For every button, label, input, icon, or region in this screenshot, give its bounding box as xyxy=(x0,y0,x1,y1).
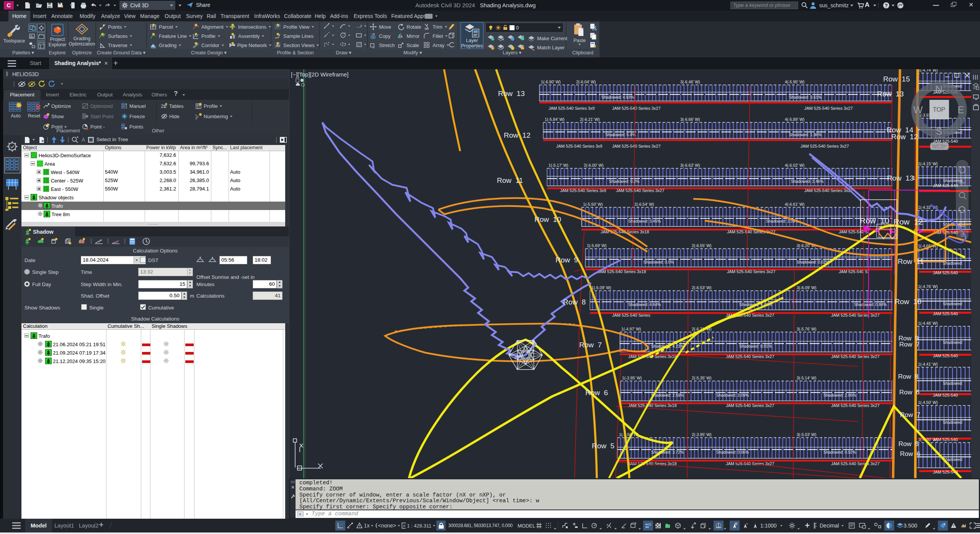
svg-text:S: S xyxy=(936,125,942,137)
svg-text:JAM 525-540 Series: JAM 525-540 Series xyxy=(612,313,650,317)
svg-text:1(-5.84′ W): 1(-5.84′ W) xyxy=(545,117,565,122)
svg-text:JAM 525-540: JAM 525-540 xyxy=(933,270,958,275)
svg-text:Row 13: Row 13 xyxy=(877,90,904,98)
svg-text:Shadowed: 0.2%: Shadowed: 0.2% xyxy=(609,179,639,184)
svg-text:3(-5.76′ W): 3(-5.76′ W) xyxy=(797,327,817,331)
svg-text:Shadowed: 0.02%: Shadowed: 0.02% xyxy=(797,260,829,264)
svg-text:Shadowed: 4.93%: Shadowed: 4.93% xyxy=(601,95,634,99)
svg-text:JAM 525-540 Series 3x27: JAM 525-540 Series 3x27 xyxy=(726,403,774,408)
svg-text:4(-6.61′ W): 4(-6.61′ W) xyxy=(785,202,805,207)
svg-text:TOP: TOP xyxy=(933,106,946,113)
svg-text:Shadowed: 0.02%: Shadowed: 0.02% xyxy=(823,450,856,454)
svg-text:1(-4.50′ W): 1(-4.50′ W) xyxy=(918,400,938,405)
svg-text:Row 7: Row 7 xyxy=(900,411,920,418)
svg-text:3(-6.09′ W): 3(-6.09′ W) xyxy=(797,285,817,290)
svg-text:2: 2 xyxy=(197,115,199,119)
svg-text:4(-5.89′ W): 4(-5.89′ W) xyxy=(785,117,805,122)
svg-text:1(-4.41′ W): 1(-4.41′ W) xyxy=(918,362,938,366)
svg-text:Row 5: Row 5 xyxy=(592,442,614,450)
svg-text:Shadowed: 2.59%: Shadowed: 2.59% xyxy=(651,393,684,397)
svg-text:JAM 525-540 Series 3x27: JAM 525-540 Series 3x27 xyxy=(800,144,849,148)
svg-text:Row 7: Row 7 xyxy=(899,341,920,348)
svg-text:1(-5.69′ W): 1(-5.69′ W) xyxy=(587,243,607,248)
svg-text:1(-5.50′ W): 1(-5.50′ W) xyxy=(583,202,603,207)
svg-text:Row 10: Row 10 xyxy=(534,215,561,223)
svg-text:JAM 525-540 Series 3x27: JAM 525-540 Series 3x27 xyxy=(831,313,880,317)
svg-text:2(-6.54′ W): 2(-6.54′ W) xyxy=(634,202,654,207)
svg-text:Shadowed: 3.09%: Shadowed: 3.09% xyxy=(716,393,749,397)
svg-text:Row 12: Row 12 xyxy=(504,131,531,139)
svg-text:Row 15: Row 15 xyxy=(883,75,910,83)
svg-text:1(-5.09′ W): 1(-5.09′ W) xyxy=(591,285,611,290)
svg-text:Shadowed:: Shadowed: xyxy=(943,420,963,425)
svg-text:2(-6.04′ W): 2(-6.04′ W) xyxy=(576,80,596,84)
svg-text:3(-6.63′ W): 3(-6.63′ W) xyxy=(680,163,700,168)
svg-text:3(-6.66′ W): 3(-6.66′ W) xyxy=(680,117,700,122)
svg-text:Shadowed: 2.46%: Shadowed: 2.46% xyxy=(791,179,823,184)
svg-text:Row 8: Row 8 xyxy=(898,373,918,380)
svg-text:1(-4.15′ W): 1(-4.15′ W) xyxy=(918,161,938,166)
svg-text:JAM 525-540 Series 3x27: JAM 525-540 Series 3x27 xyxy=(726,354,774,359)
svg-text:1(-4.74′ W): 1(-4.74′ W) xyxy=(918,69,938,72)
svg-text:JAM 525-540 Series 3x27: JAM 525-540 Series 3x27 xyxy=(831,354,880,359)
svg-text:2(-6.55′ W): 2(-6.55′ W) xyxy=(692,243,712,248)
svg-text:1(-5.17′ W): 1(-5.17′ W) xyxy=(549,163,568,168)
svg-text:JAM 525-540 Series 3x27: JAM 525-540 Series 3x27 xyxy=(616,188,665,193)
svg-text:Row 6: Row 6 xyxy=(585,389,608,397)
svg-text:1(-4.46′ W): 1(-4.46′ W) xyxy=(918,321,938,326)
svg-text:2(-6.00′ W): 2(-6.00′ W) xyxy=(584,163,604,168)
svg-text:2(-6.53′ W): 2(-6.53′ W) xyxy=(692,285,712,290)
svg-text:Row 10: Row 10 xyxy=(895,298,921,306)
svg-text:Shadowed: 0.06%: Shadowed: 0.06% xyxy=(716,450,749,454)
svg-text:Row 12: Row 12 xyxy=(891,133,918,141)
svg-text:Row 9: Row 9 xyxy=(555,256,578,264)
svg-text:1(-6.90′ W): 1(-6.90′ W) xyxy=(541,80,561,84)
svg-text:JAM 525-540: JAM 525-540 xyxy=(933,183,958,188)
svg-text:?: ? xyxy=(885,3,888,8)
svg-text:Shadowed: 5.4%: Shadowed: 5.4% xyxy=(605,132,635,137)
svg-text:Row 7: Row 7 xyxy=(579,341,602,349)
svg-text:Row 11: Row 11 xyxy=(497,176,523,184)
svg-text:W: W xyxy=(913,104,923,116)
svg-text:2(-6.21′ W): 2(-6.21′ W) xyxy=(580,117,600,122)
svg-text:JAM 525-540 Series 3x9: JAM 525-540 Series 3x9 xyxy=(560,188,606,193)
svg-text:JAM 525-540 Series 3x27: JAM 525-540 Series 3x27 xyxy=(831,403,880,408)
svg-text:4(-5.95′ W): 4(-5.95′ W) xyxy=(785,80,805,84)
svg-text:1(-4.97′ W): 1(-4.97′ W) xyxy=(621,327,641,331)
svg-text:Shadowed: 4.64%: Shadowed: 4.64% xyxy=(628,302,661,307)
svg-text:Shadowed: 2.06%: Shadowed: 2.06% xyxy=(823,393,856,397)
svg-text:JAM 525-540: JAM 525-540 xyxy=(933,311,958,316)
svg-text:Shadowed:: Shadowed: xyxy=(943,340,963,345)
svg-text:Row 5: Row 5 xyxy=(898,440,919,448)
svg-text:Shadowed: 0.01%: Shadowed: 0.01% xyxy=(739,344,772,348)
svg-text:JAM 525-540 Series 3x18: JAM 525-540 Series 3x18 xyxy=(598,269,646,274)
svg-text:Shadowed:: Shadowed: xyxy=(943,301,963,306)
svg-text:JAM 525-540 Series 3x27: JAM 525-540 Series 3x27 xyxy=(804,188,853,193)
svg-text:2(-3.95′ W): 2(-3.95′ W) xyxy=(692,432,712,437)
svg-text:Shadowed: 0.0%: Shadowed: 0.0% xyxy=(644,260,674,264)
svg-text:Row 8: Row 8 xyxy=(563,298,586,306)
svg-text:JAM 525-540: JAM 525-540 xyxy=(933,353,958,358)
svg-text:[−][Top][2D Wireframe]: [−][Top][2D Wireframe] xyxy=(291,71,348,78)
svg-text:Row 12: Row 12 xyxy=(893,217,923,226)
svg-text:E: E xyxy=(957,104,964,116)
svg-text:JAM 525-540: JAM 525-540 xyxy=(933,393,958,397)
svg-text:Shadowed: 3.72%: Shadowed: 3.72% xyxy=(651,450,684,454)
svg-text:JAM 525-540 Series 3x27: JAM 525-540 Series 3x27 xyxy=(612,144,661,148)
svg-text:Shadowed: 1.96%: Shadowed: 1.96% xyxy=(789,132,822,137)
svg-text:Shadowed: 0.84%: Shadowed: 0.84% xyxy=(854,302,887,307)
svg-text:1(-3.95′ W): 1(-3.95′ W) xyxy=(622,376,642,380)
svg-text:JAM 525-540 Series 3x27: JAM 525-540 Series 3x27 xyxy=(831,461,880,466)
svg-text:3: 3 xyxy=(195,117,197,120)
svg-text:2(-5.35′ W): 2(-5.35′ W) xyxy=(692,376,712,380)
svg-text:WCS: WCS xyxy=(932,143,944,149)
svg-text:Shadowed: 3.61%: Shadowed: 3.61% xyxy=(789,95,822,99)
svg-text:JAM 525-540 Series 3x9: JAM 525-540 Series 3x9 xyxy=(556,144,602,148)
svg-text:JAM 525-540 Series 3x9: JAM 525-540 Series 3x9 xyxy=(549,106,595,111)
svg-text:Row 13: Row 13 xyxy=(498,90,525,98)
svg-text:JAM 525-540 Series 3x27: JAM 525-540 Series 3x27 xyxy=(727,269,776,274)
svg-text:Row 6: Row 6 xyxy=(900,450,920,457)
svg-text:JAM 525-540 Series 3x27: JAM 525-540 Series 3x27 xyxy=(804,106,853,111)
svg-text:Row 11: Row 11 xyxy=(898,257,924,265)
svg-text:4(-6.02′ W): 4(-6.02′ W) xyxy=(785,163,805,168)
